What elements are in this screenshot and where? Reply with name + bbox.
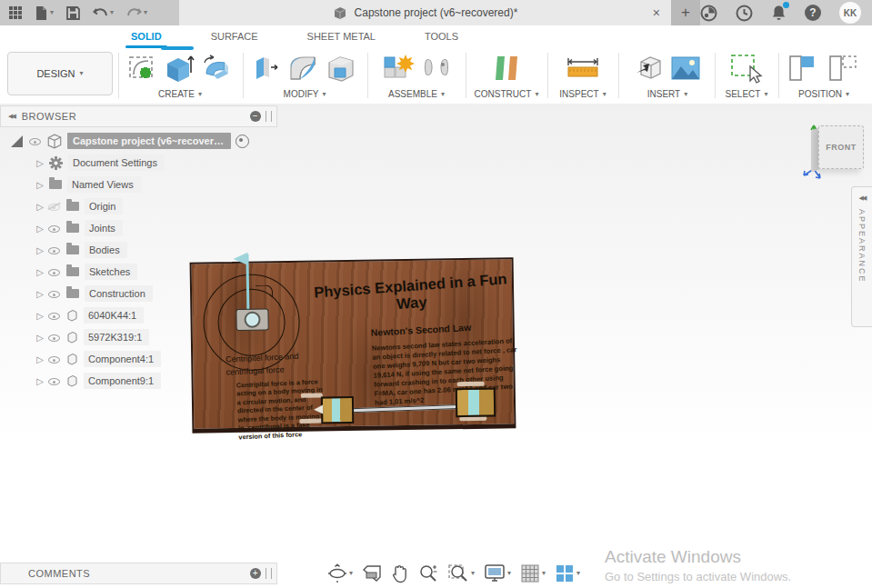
browser-item-named-views[interactable]: ▷ Named Views (33, 174, 141, 194)
display-settings-tool[interactable]: ▾ (484, 563, 511, 583)
close-tab-icon[interactable]: × (653, 5, 660, 20)
group-create: CREATE▾ (122, 49, 238, 102)
add-comment-icon[interactable]: + (250, 568, 261, 579)
position-group-dropdown[interactable]: POSITION▾ (798, 89, 849, 99)
caret-down-icon: ▾ (349, 570, 353, 577)
press-pull-icon[interactable] (253, 54, 282, 83)
component-icon (65, 353, 79, 366)
fit-tool[interactable]: ▾ (447, 563, 475, 583)
look-at-tool[interactable] (362, 564, 382, 583)
expand-arrow-icon[interactable]: ▷ (33, 180, 47, 190)
select-icon[interactable] (728, 52, 765, 85)
browser-panel-header[interactable]: ◀◀ BROWSER − (0, 105, 277, 127)
browser-item-component4[interactable]: ▷ Component4:1 (33, 349, 161, 369)
extensions-icon[interactable] (700, 5, 717, 22)
panel-drag-handle[interactable] (266, 111, 272, 122)
design-workspace-dropdown[interactable]: DESIGN ▾ (7, 52, 113, 95)
tab-tools[interactable]: TOOLS (421, 28, 462, 45)
comments-panel-header[interactable]: COMMENTS + (0, 563, 277, 584)
panel-drag-handle[interactable] (266, 568, 272, 579)
tab-solid[interactable]: SOLID (127, 28, 165, 45)
tab-surface[interactable]: SURFACE (207, 28, 262, 45)
notifications-button[interactable] (771, 5, 787, 21)
visibility-eye-icon[interactable] (47, 223, 61, 234)
browser-item-6040k44[interactable]: ▷ 6040K44:1 (33, 305, 144, 325)
activate-component-radio[interactable] (236, 135, 249, 148)
browser-item-bodies[interactable]: ▷ Bodies (33, 240, 127, 260)
file-menu-button[interactable]: ▾ (35, 5, 54, 21)
expand-arrow-icon[interactable]: ▷ (33, 224, 47, 234)
collapse-left-icon[interactable]: ◀◀ (8, 113, 15, 120)
new-component-icon[interactable] (381, 53, 416, 84)
browser-item-joints[interactable]: ▷ Joints (33, 218, 123, 238)
browser-root-row[interactable]: Capstone project (v6~recovered) (7, 131, 249, 151)
save-button[interactable] (66, 6, 80, 20)
viewports-tool[interactable]: ▾ (555, 563, 580, 583)
visibility-eye-icon[interactable] (47, 332, 61, 344)
modify-group-dropdown[interactable]: MODIFY▾ (284, 89, 326, 99)
expand-arrow-icon[interactable]: ▷ (33, 376, 47, 386)
expand-arrow-icon[interactable]: ▷ (33, 333, 47, 343)
position-capture-icon[interactable] (787, 53, 821, 84)
shell-icon[interactable] (326, 54, 356, 83)
grid-settings-tool[interactable]: ▾ (520, 563, 546, 583)
expand-arrow-icon[interactable]: ▷ (33, 202, 47, 212)
view-cube-front-face[interactable]: FRONT (818, 125, 864, 169)
extrude-tool[interactable] (163, 53, 195, 84)
browser-item-component9[interactable]: ▷ Component9:1 (33, 371, 161, 391)
position-revert-icon[interactable] (827, 53, 861, 84)
appearance-panel-tab[interactable]: ◀◀ APPEARANCE (851, 186, 872, 327)
redo-button[interactable]: ▾ (126, 6, 147, 19)
browser-item-document-settings[interactable]: ▷ Document Settings (33, 153, 165, 173)
visibility-eye-icon[interactable] (28, 135, 42, 147)
help-button[interactable]: ? (805, 5, 821, 21)
tab-sheet-metal[interactable]: SHEET METAL (304, 28, 379, 45)
zoom-tool[interactable] (418, 563, 438, 583)
browser-item-sketches[interactable]: ▷ Sketches (33, 262, 137, 282)
undo-button[interactable]: ▾ (93, 6, 114, 19)
collapse-left-icon[interactable]: ◀◀ (859, 194, 866, 202)
expand-arrow-icon[interactable]: ▷ (33, 158, 47, 168)
browser-item-origin[interactable]: ▷ Origin (33, 196, 123, 216)
user-avatar[interactable]: KK (839, 2, 861, 24)
view-cube[interactable]: FRONT (798, 118, 869, 184)
wooden-board-model[interactable]: Physics Explained in a Fun Way Newton's … (190, 257, 516, 434)
fillet-icon[interactable] (287, 54, 320, 83)
visibility-eye-icon[interactable] (47, 244, 61, 256)
pan-tool[interactable] (391, 563, 409, 583)
minimize-panel-icon[interactable]: − (250, 111, 261, 122)
visibility-eye-icon[interactable] (47, 288, 61, 300)
expand-arrow-icon[interactable]: ▷ (33, 289, 47, 299)
document-tab[interactable]: Capstone project (v6~recovered)* × (179, 0, 671, 25)
visibility-eye-icon[interactable] (47, 354, 61, 365)
measure-icon[interactable] (565, 55, 601, 82)
joint-icon[interactable] (421, 53, 452, 84)
create-sketch-icon[interactable] (126, 53, 157, 84)
create-group-dropdown[interactable]: CREATE▾ (158, 89, 202, 99)
visibility-eye-icon[interactable] (47, 310, 61, 322)
insert-mesh-icon[interactable] (634, 53, 665, 84)
expand-arrow-icon[interactable]: ▷ (33, 311, 47, 321)
app-launcher-button[interactable] (9, 6, 22, 19)
visibility-eye-icon[interactable] (47, 375, 61, 387)
visibility-eye-off-icon[interactable] (47, 201, 61, 213)
insert-group-dropdown[interactable]: INSERT▾ (647, 89, 688, 99)
inspect-group-dropdown[interactable]: INSPECT▾ (559, 89, 606, 99)
expand-arrow-icon[interactable]: ▷ (33, 354, 47, 364)
canvas-image-icon[interactable] (670, 55, 701, 81)
revolve-icon[interactable] (201, 54, 234, 83)
expand-arrow-icon[interactable]: ▷ (33, 267, 47, 277)
construct-plane-icon[interactable] (490, 53, 523, 84)
in-canvas-browser-icon[interactable] (11, 135, 23, 147)
expand-arrow-icon[interactable]: ▷ (33, 245, 47, 255)
orbit-tool[interactable]: ▾ (327, 563, 353, 583)
browser-item-5972k319[interactable]: ▷ 5972K319:1 (33, 327, 149, 347)
construct-group-dropdown[interactable]: CONSTRUCT▾ (475, 89, 539, 99)
browser-item-construction[interactable]: ▷ Construction (33, 284, 153, 304)
job-status-clock-icon[interactable] (736, 5, 753, 22)
new-tab-button[interactable]: + (671, 0, 700, 25)
visibility-eye-icon[interactable] (47, 266, 61, 278)
root-item-label[interactable]: Capstone project (v6~recovered) (67, 133, 231, 149)
assemble-group-dropdown[interactable]: ASSEMBLE▾ (388, 89, 445, 99)
select-group-dropdown[interactable]: SELECT▾ (726, 89, 768, 99)
